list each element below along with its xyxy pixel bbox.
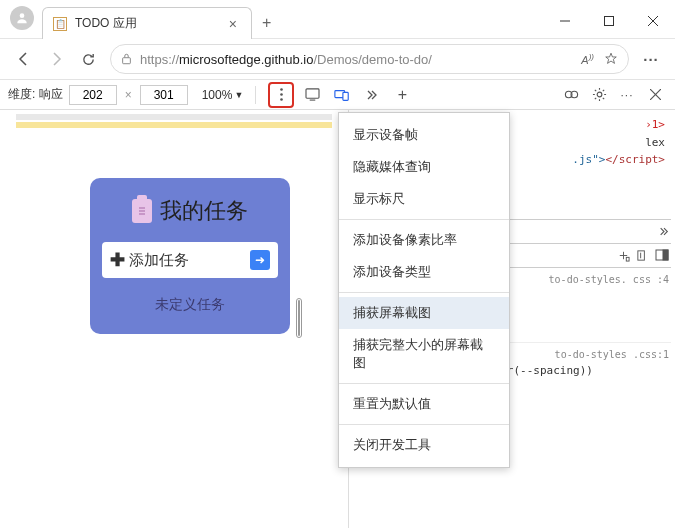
menu-separator xyxy=(339,219,509,220)
svg-rect-11 xyxy=(343,92,348,100)
settings-icon[interactable] xyxy=(587,83,611,107)
dimensions-label: 维度: 响应 xyxy=(8,86,63,103)
browser-tab[interactable]: 📋 TODO 应用 × xyxy=(42,7,252,39)
media-query-bar[interactable] xyxy=(16,122,332,128)
device-preview-pane: 我的任务 ✚ 添加任务 ➜ 未定义任务 xyxy=(0,110,348,528)
profile-avatar[interactable] xyxy=(10,6,34,30)
favorite-icon[interactable] xyxy=(604,52,618,66)
device-toggle-icon[interactable] xyxy=(330,83,354,107)
window-minimize-button[interactable] xyxy=(543,4,587,38)
menu-separator xyxy=(339,292,509,293)
scrollbar-icon[interactable] xyxy=(296,298,302,338)
width-input[interactable] xyxy=(69,85,117,105)
forward-button xyxy=(40,43,72,75)
height-input[interactable] xyxy=(140,85,188,105)
rule-source[interactable]: to-do-styles. css :4 xyxy=(549,272,669,287)
window-maximize-button[interactable] xyxy=(587,4,631,38)
submit-icon[interactable]: ➜ xyxy=(250,250,270,270)
menu-item-close-devtools[interactable]: 关闭开发工具 xyxy=(339,429,509,461)
code-fragment: </script> xyxy=(605,153,665,166)
new-style-icon[interactable] xyxy=(617,249,630,262)
separator xyxy=(255,86,256,104)
menu-item-capture-full-screenshot[interactable]: 捕获完整大小的屏幕截图 xyxy=(339,329,509,379)
url-scheme: https:// xyxy=(140,52,179,67)
add-task-row[interactable]: ✚ 添加任务 ➜ xyxy=(102,242,278,278)
menu-item-add-dpr[interactable]: 添加设备像素比率 xyxy=(339,224,509,256)
tab-favicon: 📋 xyxy=(53,17,67,31)
menu-item-add-device-type[interactable]: 添加设备类型 xyxy=(339,256,509,288)
empty-state-text: 未定义任务 xyxy=(96,296,284,314)
plus-icon: ✚ xyxy=(110,249,125,271)
svg-rect-5 xyxy=(123,58,131,64)
refresh-button[interactable] xyxy=(72,43,104,75)
svg-rect-2 xyxy=(605,17,614,26)
dimension-separator: × xyxy=(123,88,134,102)
clipboard-icon xyxy=(132,199,152,223)
new-tab-button[interactable]: + xyxy=(252,8,281,38)
device-options-menu: 显示设备帧 隐藏媒体查询 显示标尺 添加设备像素比率 添加设备类型 捕获屏幕截图… xyxy=(338,112,510,468)
menu-item-show-device-frame[interactable]: 显示设备帧 xyxy=(339,119,509,151)
read-aloud-icon[interactable]: A)) xyxy=(581,52,594,66)
tab-title: TODO 应用 xyxy=(75,15,225,32)
svg-rect-9 xyxy=(306,89,319,98)
add-icon[interactable]: + xyxy=(390,83,414,107)
svg-point-0 xyxy=(20,13,25,18)
todo-app-card: 我的任务 ✚ 添加任务 ➜ 未定义任务 xyxy=(90,178,290,334)
svg-point-7 xyxy=(280,93,283,96)
back-button[interactable] xyxy=(8,43,40,75)
dock-icon[interactable] xyxy=(655,249,669,262)
menu-separator xyxy=(339,383,509,384)
svg-rect-20 xyxy=(626,257,629,261)
menu-item-hide-media-queries[interactable]: 隐藏媒体查询 xyxy=(339,151,509,183)
zoom-dropdown[interactable]: 100% ▼ xyxy=(202,88,244,102)
code-fragment: .js"> xyxy=(572,153,605,166)
copilot-icon[interactable] xyxy=(559,83,583,107)
window-close-button[interactable] xyxy=(631,4,675,38)
url-host: microsoftedge.github.io xyxy=(179,52,313,67)
code-fragment: lex xyxy=(645,136,665,149)
tab-close-icon[interactable]: × xyxy=(225,16,241,32)
menu-separator xyxy=(339,424,509,425)
menu-item-capture-screenshot[interactable]: 捕获屏幕截图 xyxy=(339,297,509,329)
svg-point-8 xyxy=(280,98,283,101)
toggle-icon[interactable] xyxy=(636,249,649,262)
lock-icon xyxy=(121,53,132,65)
devtools-close-icon[interactable] xyxy=(643,83,667,107)
ruler-horizontal xyxy=(16,114,332,120)
overflow-icon[interactable] xyxy=(360,83,384,107)
address-bar[interactable]: https://microsoftedge.github.io/Demos/de… xyxy=(110,44,629,74)
svg-point-6 xyxy=(280,88,283,91)
more-options-button[interactable] xyxy=(268,82,294,108)
devtools-more-icon[interactable]: ··· xyxy=(615,83,639,107)
code-fragment: ›1> xyxy=(645,118,665,131)
app-title: 我的任务 xyxy=(160,196,248,226)
add-task-label: 添加任务 xyxy=(129,251,189,270)
menu-item-show-rulers[interactable]: 显示标尺 xyxy=(339,183,509,215)
svg-rect-23 xyxy=(663,250,668,260)
menu-item-reset-defaults[interactable]: 重置为默认值 xyxy=(339,388,509,420)
screencast-icon[interactable] xyxy=(300,83,324,107)
rule-source[interactable]: to-do-styles .css:1 xyxy=(555,347,669,362)
svg-point-14 xyxy=(597,92,602,97)
browser-menu-button[interactable]: ··· xyxy=(635,43,667,75)
overflow-icon[interactable] xyxy=(659,227,669,236)
url-path: /Demos/demo-to-do/ xyxy=(313,52,432,67)
